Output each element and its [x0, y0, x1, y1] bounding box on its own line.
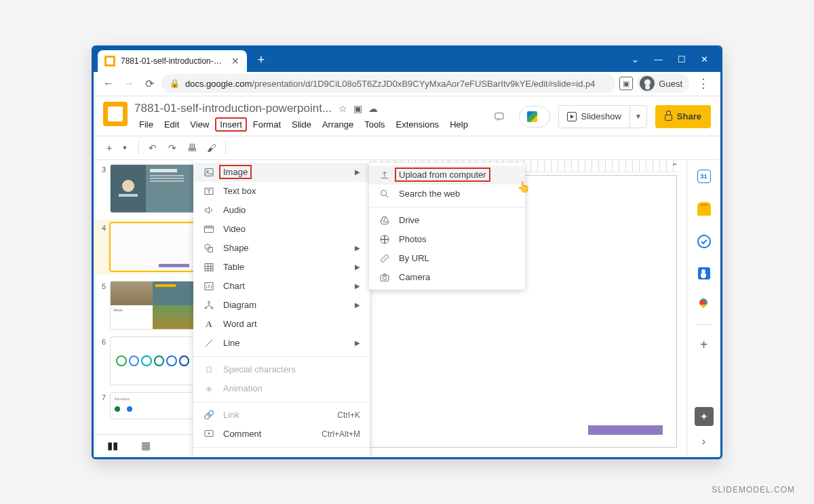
browser-window: 7881-01-self-introduction-power ✕ + ⌄ — …	[92, 45, 722, 459]
insert-animation-item[interactable]: ◈Animation	[193, 379, 370, 398]
hide-panel-icon[interactable]: ›	[702, 435, 705, 448]
explore-button[interactable]: ✦	[695, 407, 714, 426]
menu-help[interactable]: Help	[445, 117, 473, 132]
slideshow-label: Slideshow	[581, 111, 621, 121]
paint-format-button[interactable]: 🖌	[203, 139, 220, 157]
menu-slide[interactable]: Slide	[287, 117, 316, 132]
lock-icon	[665, 115, 672, 121]
menu-insert[interactable]: Insert	[215, 117, 247, 132]
document-title[interactable]: 7881-01-self-introduction-powerpoint...	[134, 102, 332, 115]
calendar-icon[interactable]: 31	[697, 170, 711, 183]
forward-button[interactable]: →	[121, 75, 137, 92]
slideshow-button[interactable]: Slideshow ▼	[558, 105, 647, 128]
contacts-icon[interactable]	[698, 267, 710, 279]
menu-edit[interactable]: Edit	[159, 117, 184, 132]
insert-table-item[interactable]: Table▶	[193, 258, 370, 277]
slide-shape[interactable]	[588, 425, 663, 435]
menu-label: Camera	[399, 272, 430, 282]
menu-label: Drive	[399, 215, 419, 225]
move-icon[interactable]: ▣	[353, 103, 362, 114]
collapse-panel-icon[interactable]: ⌃	[667, 160, 681, 174]
play-icon	[567, 112, 577, 121]
maximize-icon[interactable]: ☐	[678, 54, 686, 64]
slide-thumbnail-5[interactable]: Vision	[110, 281, 195, 330]
submenu-arrow-icon: ▶	[355, 244, 360, 252]
svg-point-13	[381, 190, 387, 195]
photos-item[interactable]: Photos	[369, 230, 525, 249]
browser-tab[interactable]: 7881-01-self-introduction-power ✕	[98, 50, 247, 72]
reload-button[interactable]: ⟳	[141, 75, 157, 92]
thumb-row[interactable]: 7 Education	[100, 392, 195, 419]
slide-thumbnail-3[interactable]	[110, 164, 195, 213]
print-button[interactable]: 🖶	[183, 139, 201, 157]
thumb-row[interactable]: 3	[100, 164, 195, 213]
menu-arrange[interactable]: Arrange	[317, 117, 358, 132]
comments-icon[interactable]	[488, 105, 511, 128]
browser-menu-icon[interactable]: ⋮	[693, 76, 714, 91]
tab-close-icon[interactable]: ✕	[231, 56, 240, 66]
close-icon[interactable]: ✕	[701, 54, 708, 64]
tab-title: 7881-01-self-introduction-power	[121, 56, 225, 66]
insert-newslide-item[interactable]: +New slideCtrl+M	[193, 451, 370, 457]
keep-icon[interactable]	[697, 202, 711, 216]
upload-from-computer-item[interactable]: Upload from computer	[369, 166, 525, 185]
thumb-row[interactable]: 6	[100, 336, 195, 385]
menu-format[interactable]: Format	[248, 117, 286, 132]
add-addon-icon[interactable]: +	[700, 337, 708, 353]
insert-line-item[interactable]: Line▶	[193, 334, 370, 353]
slide-thumbnail-4[interactable]	[110, 222, 195, 271]
back-button[interactable]: ←	[100, 75, 117, 92]
link-icon	[379, 252, 391, 265]
slides-logo-icon[interactable]	[103, 102, 128, 126]
slide-thumbnails[interactable]: 3 4 5 Vision 6 7 Education	[94, 160, 202, 457]
maps-icon[interactable]	[697, 298, 711, 312]
insert-special-item[interactable]: ΩSpecial characters	[193, 360, 370, 379]
search-web-item[interactable]: Search the web	[369, 185, 525, 203]
extensions-icon[interactable]: ▣	[619, 77, 633, 90]
shape-icon	[203, 242, 215, 254]
star-icon[interactable]: ☆	[338, 103, 347, 114]
minimize-icon[interactable]: —	[654, 54, 663, 64]
insert-wordart-item[interactable]: AWord art	[193, 315, 370, 334]
filmstrip-view-icon[interactable]: ▮▮	[107, 440, 118, 452]
insert-comment-item[interactable]: CommentCtrl+Alt+M	[193, 425, 370, 444]
slide-thumbnail-6[interactable]	[110, 336, 195, 385]
byurl-item[interactable]: By URL	[369, 249, 525, 268]
menu-label: By URL	[399, 253, 429, 263]
undo-button[interactable]: ↶	[144, 139, 161, 157]
toolbar: + ▼ ↶ ↷ 🖶 🖌	[94, 136, 720, 160]
camera-item[interactable]: Camera	[369, 268, 525, 287]
menu-tools[interactable]: Tools	[360, 117, 389, 132]
insert-link-item[interactable]: 🔗LinkCtrl+K	[193, 406, 370, 425]
menu-view[interactable]: View	[185, 117, 214, 132]
new-tab-button[interactable]: +	[252, 51, 270, 69]
slides-favicon-icon	[104, 56, 115, 66]
thumb-row[interactable]: 4	[94, 220, 202, 274]
menu-file[interactable]: File	[134, 117, 158, 132]
insert-chart-item[interactable]: Chart▶	[193, 277, 370, 296]
new-slide-dropdown[interactable]: ▼	[116, 139, 134, 157]
slide-thumbnail-7[interactable]: Education	[110, 392, 195, 419]
thumb-row[interactable]: 5 Vision	[100, 281, 195, 330]
url-input[interactable]: 🔒 docs.google.com/presentation/d/1D9CiL0…	[161, 74, 615, 93]
address-bar: ← → ⟳ 🔒 docs.google.com/presentation/d/1…	[94, 72, 720, 96]
profile-button[interactable]: Guest	[637, 74, 689, 93]
slideshow-dropdown[interactable]: ▼	[630, 113, 646, 120]
insert-image-item[interactable]: Image ▶	[193, 163, 370, 182]
grid-view-icon[interactable]: ▦	[141, 440, 151, 452]
tasks-icon[interactable]	[697, 235, 711, 248]
cloud-status-icon[interactable]: ☁	[368, 103, 378, 114]
redo-button[interactable]: ↷	[163, 139, 181, 157]
drive-item[interactable]: Drive	[369, 211, 525, 230]
insert-shape-item[interactable]: Shape▶	[193, 239, 370, 258]
menu-extensions[interactable]: Extensions	[391, 117, 444, 132]
meet-button[interactable]	[519, 106, 550, 128]
chevron-down-icon[interactable]: ⌄	[632, 54, 639, 64]
insert-audio-item[interactable]: Audio	[193, 201, 370, 220]
share-button[interactable]: Share	[655, 105, 711, 128]
line-icon	[203, 337, 215, 349]
insert-video-item[interactable]: Video	[193, 220, 370, 239]
insert-textbox-item[interactable]: Text box	[193, 182, 370, 201]
insert-diagram-item[interactable]: Diagram▶	[193, 296, 370, 315]
shortcut-label: Ctrl+M	[336, 456, 360, 457]
